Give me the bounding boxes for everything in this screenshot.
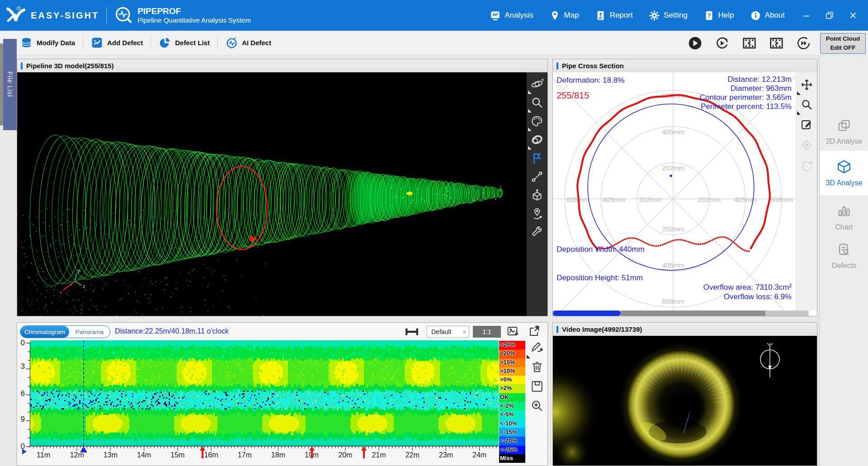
rotate-view-icon[interactable]: [800, 159, 813, 172]
point-cloud-label-1: Point Cloud: [826, 34, 860, 43]
wrench-icon[interactable]: [531, 226, 543, 239]
file-list-handle[interactable]: [0, 43, 3, 126]
point-cloud-canvas[interactable]: [17, 72, 527, 316]
image-chart-icon: [91, 37, 103, 49]
toolbar-label: Defect List: [175, 39, 210, 47]
perimeter-percent-value: Perimeter percent: 113.5%: [700, 102, 792, 111]
geo-pin-icon[interactable]: [531, 207, 543, 220]
menu-analysis[interactable]: Analysis: [490, 10, 533, 21]
right-sidebar: 2D Analyse 3D Analyse Chart Defects: [819, 55, 868, 466]
point-cloud-label-2: Edit OFF: [830, 43, 855, 52]
legend-row: >20%: [499, 349, 525, 358]
previous-frame-icon[interactable]: [742, 36, 756, 50]
measure-line-icon[interactable]: [531, 170, 543, 183]
report-icon: [595, 10, 606, 21]
point-cloud-edit-button[interactable]: Point Cloud Edit OFF: [820, 33, 866, 54]
legend-row: <-5%: [499, 410, 525, 419]
titlebar-divider: [106, 7, 107, 24]
svg-text:405mm: 405mm: [603, 196, 625, 203]
tab-panorama[interactable]: Panorama: [69, 326, 110, 338]
panel-title: Pipe Cross Section: [562, 62, 624, 70]
clock-tick-label: 9: [21, 415, 25, 424]
cross-section-view: 202mm202mm202mm202mm405mm405mm405mm405mm…: [553, 72, 817, 316]
flag-marker-icon[interactable]: [531, 152, 543, 165]
deposition-height-value: Deposition Height: 51mm: [557, 273, 645, 282]
menu-map[interactable]: Map: [550, 10, 579, 21]
orbit-icon[interactable]: [531, 78, 543, 90]
ratio-button[interactable]: 1:1: [473, 326, 501, 338]
zoom-tool-icon[interactable]: [801, 99, 813, 111]
svg-text:202mm: 202mm: [662, 164, 684, 172]
save-image-icon[interactable]: [507, 325, 520, 337]
cross-section-tool-strip: [796, 72, 817, 316]
menu-help[interactable]: ? Help: [704, 10, 734, 21]
svg-text:?: ?: [707, 13, 711, 19]
database-icon: [20, 37, 33, 49]
restore-button[interactable]: [824, 9, 835, 21]
pie-chart-icon: [159, 37, 171, 49]
2d-layers-icon: [837, 118, 851, 133]
heatmap-canvas[interactable]: [30, 340, 499, 446]
menu-label: Report: [610, 11, 633, 20]
play-icon[interactable]: [688, 36, 702, 50]
add-defect-button[interactable]: Add Defect: [91, 37, 143, 49]
svg-text:608mm: 608mm: [662, 297, 684, 305]
legend-row: <-20%: [499, 437, 525, 445]
defect-marker[interactable]: [199, 446, 206, 458]
edit-icon[interactable]: [801, 118, 813, 131]
file-list-tab[interactable]: File List: [3, 39, 17, 130]
defect-list-button[interactable]: Defect List: [159, 37, 210, 49]
sidebar-item-3d-analyse[interactable]: 3D Analyse: [820, 151, 868, 195]
deformation-heatmap: [30, 340, 499, 446]
progress-thumb[interactable]: [553, 311, 621, 316]
sidebar-item-2d-analyse[interactable]: 2D Analyse: [820, 118, 868, 146]
fast-forward-icon[interactable]: [797, 36, 811, 50]
current-position-marker[interactable]: [80, 446, 87, 452]
defect-marker[interactable]: [309, 446, 315, 458]
delete-icon[interactable]: [530, 360, 544, 374]
menu-setting[interactable]: Setting: [649, 10, 688, 21]
close-button[interactable]: [847, 9, 859, 21]
panel-header: Video Image(4992/13739): [553, 323, 817, 336]
menu-report[interactable]: Report: [595, 10, 633, 21]
ellipse-icon[interactable]: [531, 133, 543, 146]
zoom-tool-icon[interactable]: [531, 96, 543, 109]
3d-cube-icon: [836, 159, 852, 174]
sidebar-item-defects[interactable]: Defects: [820, 243, 868, 270]
locate-target-icon[interactable]: [800, 138, 813, 151]
box-export-icon[interactable]: [531, 189, 543, 202]
tab-chromatogram[interactable]: Chromatogram: [20, 326, 69, 338]
replay-icon[interactable]: [715, 36, 729, 50]
deformation-legend: >25%>20%>15%>10%>5%>2%OK<-2%<-5%<-10%<-1…: [499, 341, 525, 463]
frame-progress-bar[interactable]: [553, 311, 809, 316]
zoom-in-icon[interactable]: [530, 399, 544, 413]
point-cloud-view: [17, 72, 547, 316]
scale-select-value: Default: [431, 328, 451, 335]
chromatogram-tool-strip: [526, 341, 548, 413]
defect-report-icon: [837, 243, 851, 257]
save-icon[interactable]: [530, 380, 544, 393]
pop-out-icon[interactable]: [528, 325, 541, 337]
svg-text:405mm: 405mm: [662, 128, 684, 136]
ruler-width-icon[interactable]: [405, 327, 419, 336]
window-controls: [800, 9, 859, 21]
clock-axis: 03690: [17, 340, 30, 449]
info-icon: [750, 10, 761, 21]
ai-defect-button[interactable]: AI Defect: [226, 37, 271, 49]
minimize-button[interactable]: [800, 9, 812, 21]
menu-about[interactable]: About: [750, 10, 785, 21]
panel-header: Pipe Cross Section: [553, 59, 817, 73]
pan-icon[interactable]: [801, 79, 813, 91]
distance-tick-label: 21m: [369, 451, 388, 459]
playback-controls: [688, 31, 811, 55]
sidebar-item-chart[interactable]: Chart: [820, 204, 868, 231]
next-frame-icon[interactable]: [769, 36, 783, 50]
toolbar-separator: [217, 37, 218, 49]
modify-data-button[interactable]: Modify Data: [20, 37, 75, 49]
app-title: PIPEPROF Pipeline Quantitative Analysis …: [137, 6, 251, 24]
defect-marker[interactable]: [361, 446, 367, 458]
distance-tick-label: 24m: [470, 451, 489, 459]
draw-pen-icon[interactable]: [530, 341, 544, 354]
palette-icon[interactable]: [531, 115, 543, 127]
scale-select[interactable]: Default ∨: [427, 326, 469, 338]
